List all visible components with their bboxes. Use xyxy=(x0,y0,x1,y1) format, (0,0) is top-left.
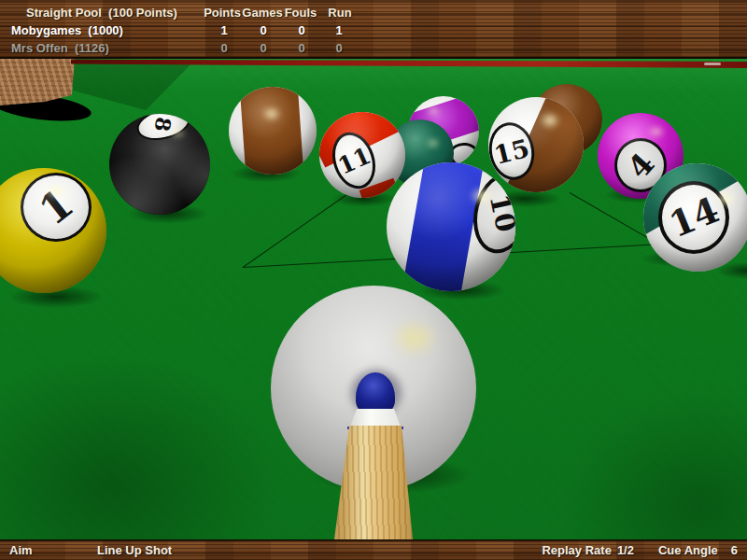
column-header-games: Games xyxy=(242,6,282,20)
game-title: Straight Pool (100 Points) xyxy=(26,6,177,20)
ball-14[interactable]: 14 xyxy=(643,163,747,272)
prompt-label: Line Up Shot xyxy=(97,543,172,557)
column-header-fouls: Fouls xyxy=(285,6,317,20)
sphere-shading xyxy=(643,163,747,272)
sphere-shading xyxy=(488,97,584,192)
ball-10[interactable]: 10 xyxy=(387,162,515,291)
specular-highlight xyxy=(644,123,669,140)
player-fouls: 0 xyxy=(298,41,304,55)
column-header-run: Run xyxy=(328,6,351,20)
cue-angle-label: Cue Angle xyxy=(658,543,718,557)
specular-highlight xyxy=(423,105,444,118)
sphere-shading xyxy=(229,87,317,175)
ball-15[interactable]: 15 xyxy=(488,97,584,192)
specular-highlight xyxy=(535,108,565,133)
ball-brown-stripe[interactable] xyxy=(229,87,317,175)
felt-vignette-bottom-right xyxy=(560,392,747,560)
specular-highlight xyxy=(465,183,499,209)
specular-highlight xyxy=(40,181,72,202)
player-games: 0 xyxy=(260,23,266,37)
specular-highlight xyxy=(381,312,448,364)
status-bar: Aim Line Up Shot Replay Rate 1/2 Cue Ang… xyxy=(0,539,747,560)
player-games: 0 xyxy=(260,41,266,55)
felt-vignette-bottom-left xyxy=(0,355,280,560)
mode-label: Aim xyxy=(9,543,33,557)
replay-rate-value: 1/2 xyxy=(617,543,634,557)
ball-8[interactable]: 8 xyxy=(109,114,210,215)
replay-rate-label: Replay Rate xyxy=(542,543,611,557)
player-name: Mobygames (1000) xyxy=(11,23,123,37)
status-right-group: Replay Rate 1/2 Cue Angle 6 xyxy=(542,543,738,557)
sphere-shading xyxy=(387,162,515,291)
cue-angle-value: 6 xyxy=(731,543,738,557)
sphere-shading xyxy=(319,112,405,198)
specular-highlight xyxy=(259,104,285,124)
player-fouls: 0 xyxy=(298,23,304,37)
column-header-points: Points xyxy=(204,6,241,20)
specular-highlight xyxy=(424,136,443,150)
specular-highlight xyxy=(711,188,740,210)
player-run: 0 xyxy=(335,41,342,55)
ball-11[interactable]: 11 xyxy=(319,112,405,198)
player-points: 0 xyxy=(220,41,227,55)
rail-diamond-marker xyxy=(704,63,721,65)
player-run: 1 xyxy=(335,23,342,37)
game-screen: 8 15 11 4 1 xyxy=(0,0,747,560)
specular-highlight xyxy=(165,126,190,140)
scoreboard: Straight Pool (100 Points) Points Games … xyxy=(0,0,747,59)
player-name: Mrs Offen (1126) xyxy=(11,41,109,55)
player-points: 1 xyxy=(220,23,227,37)
